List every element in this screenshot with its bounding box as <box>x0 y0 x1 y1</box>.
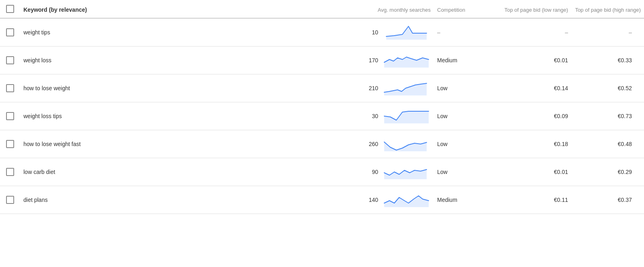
sparkline-svg <box>382 136 431 152</box>
header-competition: Competition <box>434 0 482 18</box>
competition-cell: Medium <box>434 186 482 214</box>
bid-high-cell: €0.73 <box>571 102 644 130</box>
search-number: 170 <box>369 57 378 64</box>
sparkline-chart <box>382 164 431 180</box>
row-checkbox-cell[interactable] <box>0 186 20 214</box>
search-number: 210 <box>369 85 378 91</box>
search-cell: 90 <box>353 158 434 186</box>
header-avg-searches: Avg. monthly searches <box>353 0 434 18</box>
keyword-table-container: Keyword (by relevance) Avg. monthly sear… <box>0 0 644 214</box>
bid-low-text: €0.11 <box>554 197 568 203</box>
row-checkbox[interactable] <box>6 56 14 64</box>
row-checkbox[interactable] <box>6 112 14 120</box>
row-checkbox[interactable] <box>6 84 14 92</box>
sparkline-svg <box>382 192 431 208</box>
header-checkbox-cell[interactable] <box>0 0 20 18</box>
bid-low-text: €0.14 <box>554 85 568 91</box>
bid-high-cell: €0.48 <box>571 130 644 158</box>
row-checkbox[interactable] <box>6 196 14 204</box>
sparkline-chart <box>382 136 431 152</box>
bid-high-text: €0.33 <box>618 57 632 64</box>
keyword-text: weight loss <box>23 57 51 64</box>
bid-high-cell: – <box>571 18 644 47</box>
keyword-text: how to lose weight <box>23 85 70 91</box>
select-all-checkbox[interactable] <box>6 5 14 13</box>
search-cell: 260 <box>353 130 434 158</box>
sparkline-chart <box>382 24 431 40</box>
row-checkbox-cell[interactable] <box>0 158 20 186</box>
bid-high-text: €0.29 <box>618 169 632 175</box>
competition-text: Medium <box>437 57 457 64</box>
keyword-table: Keyword (by relevance) Avg. monthly sear… <box>0 0 644 214</box>
bid-low-cell: €0.11 <box>482 186 571 214</box>
table-row: how to lose weight fast 260 Low €0.18 €0… <box>0 130 644 158</box>
search-number: 140 <box>369 197 378 203</box>
keyword-cell: low carb diet <box>20 158 353 186</box>
search-cell: 140 <box>353 186 434 214</box>
search-cell: 210 <box>353 74 434 102</box>
bid-low-text: €0.09 <box>554 113 568 119</box>
competition-cell: Low <box>434 158 482 186</box>
bid-high-text: – <box>629 29 632 36</box>
sparkline-chart <box>382 52 431 68</box>
competition-cell: Low <box>434 102 482 130</box>
competition-text: Low <box>437 141 448 147</box>
sparkline-chart <box>382 108 431 124</box>
keyword-cell: diet plans <box>20 186 353 214</box>
sparkline-svg <box>382 24 431 40</box>
keyword-text: weight loss tips <box>23 113 62 119</box>
row-checkbox-cell[interactable] <box>0 47 20 74</box>
bid-low-cell: €0.09 <box>482 102 571 130</box>
bid-high-text: €0.48 <box>618 141 632 147</box>
competition-cell: – <box>434 18 482 47</box>
table-body: weight tips 10 – – – weight loss <box>0 18 644 214</box>
row-checkbox[interactable] <box>6 28 14 36</box>
bid-high-cell: €0.29 <box>571 158 644 186</box>
svg-marker-1 <box>384 57 429 68</box>
search-cell: 30 <box>353 102 434 130</box>
search-number: 90 <box>372 169 379 175</box>
bid-high-cell: €0.33 <box>571 47 644 74</box>
bid-low-text: €0.01 <box>554 169 568 175</box>
search-number: 10 <box>372 29 379 36</box>
sparkline-chart <box>382 192 431 208</box>
competition-cell: Low <box>434 74 482 102</box>
header-keyword: Keyword (by relevance) <box>20 0 353 18</box>
competition-text: Low <box>437 169 448 175</box>
competition-text: Low <box>437 113 448 119</box>
bid-low-text: €0.18 <box>554 141 568 147</box>
sparkline-svg <box>382 164 431 180</box>
keyword-text: how to lose weight fast <box>23 141 81 147</box>
competition-text: – <box>437 29 440 36</box>
sparkline-svg <box>382 80 431 96</box>
row-checkbox-cell[interactable] <box>0 74 20 102</box>
search-cell: 170 <box>353 47 434 74</box>
row-checkbox-cell[interactable] <box>0 18 20 47</box>
bid-low-cell: €0.01 <box>482 47 571 74</box>
table-row: how to lose weight 210 Low €0.14 €0.52 <box>0 74 644 102</box>
competition-cell: Low <box>434 130 482 158</box>
keyword-cell: how to lose weight fast <box>20 130 353 158</box>
bid-high-text: €0.52 <box>618 85 632 91</box>
row-checkbox[interactable] <box>6 140 14 148</box>
sparkline-svg <box>382 52 431 68</box>
table-row: weight loss 170 Medium €0.01 €0.33 <box>0 47 644 74</box>
search-number: 30 <box>372 113 379 119</box>
keyword-cell: weight loss <box>20 47 353 74</box>
svg-marker-2 <box>384 83 427 95</box>
row-checkbox-cell[interactable] <box>0 130 20 158</box>
sparkline-svg <box>382 108 431 124</box>
bid-low-cell: €0.18 <box>482 130 571 158</box>
competition-text: Low <box>437 85 448 91</box>
search-cell: 10 <box>353 18 434 47</box>
row-checkbox[interactable] <box>6 168 14 176</box>
row-checkbox-cell[interactable] <box>0 102 20 130</box>
keyword-text: low carb diet <box>23 169 55 175</box>
header-bid-low: Top of page bid (low range) <box>482 0 571 18</box>
bid-high-cell: €0.52 <box>571 74 644 102</box>
keyword-cell: how to lose weight <box>20 74 353 102</box>
keyword-cell: weight tips <box>20 18 353 47</box>
sparkline-chart <box>382 80 431 96</box>
header-bid-high: Top of page bid (high range) <box>571 0 644 18</box>
bid-low-cell: €0.14 <box>482 74 571 102</box>
